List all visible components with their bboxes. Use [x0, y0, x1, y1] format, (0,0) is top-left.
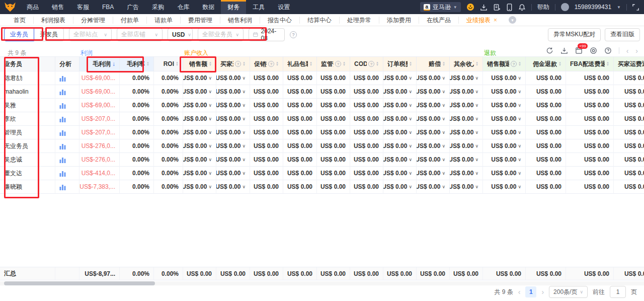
help-link[interactable]: 帮助: [537, 3, 549, 12]
analysis-chart-icon[interactable]: [55, 139, 79, 153]
chevron-down-icon[interactable]: ∨: [475, 184, 478, 189]
brand-logo-icon[interactable]: [0, 2, 20, 12]
tab-分摊管理[interactable]: 分摊管理: [73, 17, 113, 24]
column-header-other-income[interactable]: 其余收入▲▼: [450, 56, 483, 71]
sort-icon[interactable]: ▲▼: [343, 61, 346, 66]
sales-amount-cell[interactable]: US$ 0.00∨: [183, 180, 216, 194]
chevron-down-icon[interactable]: ∨: [242, 171, 246, 176]
chevron-down-icon[interactable]: ∨: [442, 157, 445, 162]
chevron-down-icon[interactable]: ∨: [242, 76, 246, 81]
sales-amount-cell[interactable]: US$ 0.00∨: [183, 99, 216, 112]
developer-toggle-button[interactable]: 开发员: [34, 28, 64, 41]
chevron-down-icon[interactable]: ∨: [442, 89, 445, 94]
chevron-down-icon[interactable]: ∨: [518, 89, 521, 94]
chevron-down-icon[interactable]: ∨: [518, 76, 521, 81]
column-header-buyer-shipping-refund[interactable]: 买家运费退款▲▼: [614, 56, 644, 71]
order-tax-cell[interactable]: US$ 0.00∨: [383, 85, 417, 99]
salesman-toggle-button[interactable]: 业务员: [4, 28, 34, 41]
sort-icon[interactable]: ▲▼: [309, 61, 312, 66]
sales-refund-cell[interactable]: US$ 0.00∨: [483, 112, 526, 126]
other-income-cell[interactable]: US$ 0.00∨: [450, 126, 483, 139]
other-income-cell[interactable]: US$ 0.00∨: [450, 112, 483, 126]
fullscreen-icon[interactable]: [632, 4, 639, 11]
compensation-cell[interactable]: US$ 0.00∨: [417, 112, 450, 126]
chevron-down-icon[interactable]: ∨: [242, 130, 246, 135]
column-header-roi[interactable]: ROI▲▼: [154, 56, 183, 71]
tab-销售利润[interactable]: 销售利润: [220, 17, 260, 24]
other-income-cell[interactable]: US$ 0.00∨: [450, 139, 483, 153]
other-income-cell[interactable]: US$ 0.00∨: [450, 85, 483, 99]
chevron-down-icon[interactable]: ∨: [242, 184, 246, 189]
chevron-down-icon[interactable]: ∨: [475, 143, 478, 148]
compensation-cell[interactable]: US$ 0.00∨: [417, 153, 450, 167]
compensation-cell[interactable]: US$ 0.00∨: [417, 126, 450, 139]
sales-refund-cell[interactable]: US$ 0.00∨: [483, 85, 526, 99]
order-tax-cell[interactable]: US$ 0.00∨: [383, 139, 417, 153]
chevron-down-icon[interactable]: ∨: [208, 130, 212, 135]
analysis-chart-icon[interactable]: [55, 167, 79, 180]
tab-付款单[interactable]: 付款单: [113, 17, 147, 24]
sales-amount-cell[interactable]: US$ 0.00∨: [183, 153, 216, 167]
chevron-down-icon[interactable]: ∨: [475, 130, 478, 135]
compensation-cell[interactable]: US$ 0.00∨: [417, 180, 450, 194]
sales-amount-cell[interactable]: US$ 0.00∨: [183, 85, 216, 99]
chevron-down-icon[interactable]: ∨: [518, 171, 521, 176]
chevron-down-icon[interactable]: ∨: [208, 184, 212, 189]
analysis-chart-icon[interactable]: [55, 180, 79, 194]
topnav-item-商品[interactable]: 商品: [20, 0, 45, 14]
task-list-icon[interactable]: +99: [575, 47, 583, 54]
column-header-salesman[interactable]: 业务员: [0, 56, 55, 71]
column-header-gross-profit[interactable]: 毛利润↓: [79, 56, 120, 71]
analysis-chart-icon[interactable]: [55, 71, 79, 85]
tab-performance-report[interactable]: 业绩报表 ×: [459, 17, 505, 24]
filter-help-icon[interactable]: ?: [290, 31, 297, 38]
chevron-down-icon[interactable]: ∨: [475, 171, 478, 176]
shop-select[interactable]: 全部店铺 ∨: [117, 28, 163, 41]
view-old-version-button[interactable]: 查看旧版: [605, 28, 640, 41]
sort-icon[interactable]: ▲▼: [606, 61, 609, 66]
sort-icon[interactable]: ▲▼: [518, 61, 521, 66]
chevron-down-icon[interactable]: ∨: [242, 103, 246, 108]
next-column-page-icon[interactable]: ›: [635, 48, 638, 54]
buyer-shipping-cell[interactable]: US$ 0.00∨: [216, 71, 250, 85]
next-page-icon[interactable]: ›: [541, 289, 544, 295]
buyer-shipping-cell[interactable]: US$ 0.00∨: [216, 126, 250, 139]
topnav-item-客服[interactable]: 客服: [70, 0, 96, 14]
compensation-cell[interactable]: US$ 0.00∨: [417, 139, 450, 153]
user-phone[interactable]: 15989399431: [575, 4, 611, 11]
sales-refund-cell[interactable]: US$ 0.00∨: [483, 180, 526, 194]
buyer-shipping-cell[interactable]: US$ 0.00∨: [216, 99, 250, 112]
tab-添加费用[interactable]: 添加费用: [379, 17, 419, 24]
compensation-cell[interactable]: US$ 0.00∨: [417, 167, 450, 180]
tab-请款单[interactable]: 请款单: [147, 17, 181, 24]
chevron-down-icon[interactable]: ∨: [442, 116, 445, 121]
scrollbar-thumb[interactable]: [4, 281, 155, 285]
topnav-item-财务[interactable]: 财务: [221, 0, 246, 14]
topnav-item-数据[interactable]: 数据: [196, 0, 221, 14]
sales-refund-cell[interactable]: US$ 0.00∨: [483, 153, 526, 167]
chevron-down-icon[interactable]: ▼: [617, 5, 621, 10]
chevron-down-icon[interactable]: ∨: [208, 171, 212, 176]
compensation-cell[interactable]: US$ 0.00∨: [417, 71, 450, 85]
chevron-down-icon[interactable]: ∨: [442, 130, 445, 135]
topnav-item-销售[interactable]: 销售: [45, 0, 70, 14]
sort-icon[interactable]: ▲▼: [442, 61, 445, 66]
download-icon[interactable]: [480, 4, 488, 11]
buyer-shipping-cell[interactable]: US$ 0.00∨: [216, 153, 250, 167]
chevron-down-icon[interactable]: ∨: [242, 89, 246, 94]
chevron-down-icon[interactable]: ∨: [242, 116, 246, 121]
topnav-item-仓库[interactable]: 仓库: [171, 0, 196, 14]
topnav-item-FBA[interactable]: FBA: [96, 0, 120, 14]
notification-bell-icon[interactable]: [518, 4, 526, 11]
chevron-down-icon[interactable]: ∨: [409, 143, 412, 148]
chevron-down-icon[interactable]: ∨: [409, 76, 412, 81]
chevron-down-icon[interactable]: ∨: [409, 157, 412, 162]
analysis-chart-icon[interactable]: [55, 99, 79, 112]
site-select[interactable]: 全部站点 ∨: [69, 28, 112, 41]
sales-amount-cell[interactable]: US$ 0.00∨: [183, 139, 216, 153]
chevron-down-icon[interactable]: ∨: [518, 116, 521, 121]
buyer-shipping-cell[interactable]: US$ 0.00∨: [216, 139, 250, 153]
refresh-icon[interactable]: [546, 47, 553, 54]
horizontal-scrollbar[interactable]: [0, 281, 644, 285]
column-header-commission-refund[interactable]: 佣金退款▲▼: [526, 56, 566, 71]
